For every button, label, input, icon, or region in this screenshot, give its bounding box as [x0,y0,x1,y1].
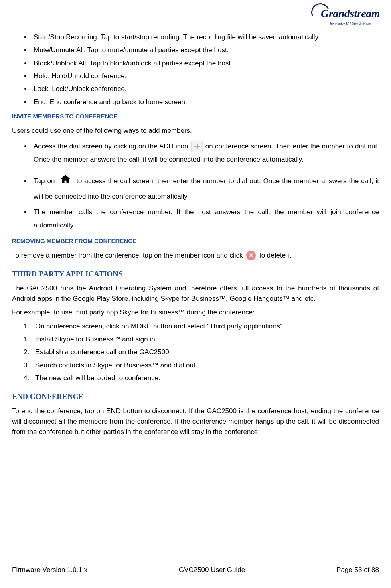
end-conference-paragraph: To end the conference, tap on END button… [12,406,379,438]
list-item: Hold. Hold/Unhold conference. [31,71,379,81]
list-item: On conference screen, click on MORE butt… [31,321,379,332]
footer-left: Firmware Version 1.0.1.x [12,565,87,575]
list-item: Tap on to access the call screen, then e… [31,173,379,203]
plus-icon [191,141,203,152]
list-item: Search contacts in Skype for Business™ a… [31,360,379,371]
list-item: Block/Unblock All. Tap to block/unblock … [31,58,379,69]
text-fragment: Access the dial screen by clicking on th… [34,142,190,150]
list-item: The new call will be added to conference… [31,373,379,383]
list-item: Access the dial screen by clicking on th… [31,140,379,166]
third-party-steps: On conference screen, click on MORE butt… [12,321,379,384]
list-item: Install Skype for Business™ and sign in. [31,334,379,345]
text-fragment: to access the call screen, then enter th… [34,177,379,200]
invite-list: Access the dial screen by clicking on th… [12,140,379,232]
home-icon [59,173,71,190]
list-item: Lock. Lock/Unlock conference. [31,84,379,94]
list-item: End. End conference and go back to home … [31,97,379,107]
brand-tagline: Innovative IP Voice & Video [321,21,380,27]
invite-intro: Users could use one of the following way… [12,126,379,136]
list-item: Start/Stop Recording. Tap to start/stop … [31,32,379,43]
heading-invite: INVITE MEMBERS TO CONFERENCE [12,112,379,121]
heading-end-conference: END CONFERENCE [12,391,379,402]
page-footer: Firmware Version 1.0.1.x GVC2500 User Gu… [12,565,379,575]
footer-right: Page 53 of 88 [336,565,379,575]
text-fragment: Tap on [34,177,57,185]
footer-center: GVC2500 User Guide [179,565,245,575]
feature-bullet-list: Start/Stop Recording. Tap to start/stop … [12,32,379,107]
text-fragment: To remove a member from the conference, … [12,251,245,259]
third-party-p2: For example, to use third party app Skyp… [12,307,379,318]
text-fragment: to delete it. [259,251,293,259]
list-item: The member calls the conference number. … [31,205,379,232]
list-item: Mute/Unmute All. Tap to mute/unmute all … [31,45,379,55]
brand-logo: Grandstream Innovative IP Voice & Video [321,5,380,27]
third-party-p1: The GAC2500 runs the Android Operating S… [12,283,379,304]
close-icon: ✕ [246,251,256,260]
heading-third-party: THIRD PARTY APPLICATIONS [12,268,379,280]
heading-remove: REMOVING MEMBER FROM CONFERENCE [12,236,379,245]
list-item: Establish a conference call on the GAC25… [31,347,379,357]
remove-paragraph: To remove a member from the conference, … [12,250,379,261]
